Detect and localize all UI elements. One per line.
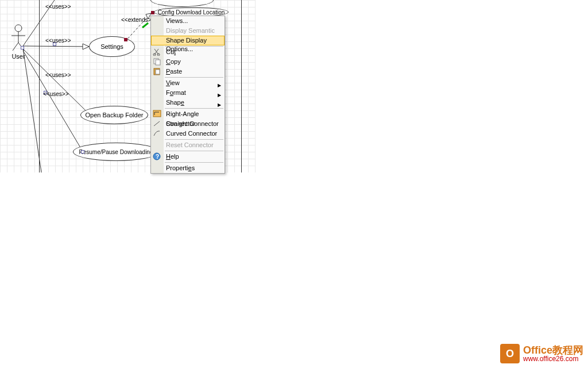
menu-separator (165, 108, 223, 109)
menu-item-copy[interactable]: Copy (151, 57, 225, 67)
stereotype-uses: <<uses>> (45, 3, 71, 10)
menu-item-straight-connector[interactable]: Straight Connector (151, 119, 225, 129)
usecase-label: Open Backup Folder (86, 112, 144, 118)
actor-user[interactable]: User (7, 24, 30, 60)
logo-badge: O (500, 344, 520, 363)
svg-text:?: ? (156, 154, 159, 160)
menu-item-properties[interactable]: Properties (151, 163, 225, 173)
stereotype-uses: <<uses>> (45, 37, 71, 44)
right-angle-connector-icon (153, 110, 162, 118)
copy-icon (153, 57, 162, 66)
selection-handle[interactable] (81, 150, 84, 154)
usecase-label: Resume/Pause Downloading (79, 149, 153, 155)
curved-connector-icon (153, 129, 162, 137)
menu-separator (165, 162, 223, 163)
usecase-settings[interactable]: Settings (89, 36, 135, 57)
submenu-arrow-icon: ▶ (218, 100, 221, 110)
straight-connector-icon (153, 120, 162, 128)
svg-line-12 (13, 43, 18, 51)
menu-item-semantic-errors: Display Semantic Errors (151, 26, 225, 36)
actor-label: User (7, 53, 30, 60)
menu-item-right-angle-connector[interactable]: Right-Angle Connector (151, 109, 225, 119)
svg-rect-21 (156, 70, 160, 74)
menu-separator (165, 77, 223, 78)
help-icon: ? (153, 152, 162, 160)
menu-separator (165, 139, 223, 140)
usecase-label: Config Download Location (158, 9, 225, 16)
menu-item-format[interactable]: Format▶ (151, 88, 225, 98)
menu-item-curved-connector[interactable]: Curved Connector (151, 129, 225, 139)
menu-item-help[interactable]: ? Help (151, 152, 225, 162)
svg-rect-19 (156, 60, 160, 65)
context-menu: Views... Display Semantic Errors Shape D… (150, 16, 225, 174)
svg-point-9 (15, 25, 22, 32)
boundary-line-left (39, 0, 40, 172)
usecase-label: Settings (100, 43, 123, 50)
cut-icon (153, 48, 162, 56)
svg-line-23 (154, 121, 160, 126)
boundary-line-right (241, 0, 242, 172)
logo-url: www.office26.com (523, 355, 583, 362)
usecase-open-backup[interactable]: Open Backup Folder (80, 106, 148, 124)
menu-item-view[interactable]: View▶ (151, 78, 225, 88)
selection-handle[interactable] (124, 38, 127, 41)
selection-handle[interactable] (21, 46, 24, 49)
stereotype-uses: <<uses>> (45, 72, 71, 78)
menu-item-cut[interactable]: Cut (151, 47, 225, 57)
menu-item-views[interactable]: Views... (151, 16, 225, 26)
watermark-logo: O Office教程网 www.office26.com (500, 344, 583, 363)
usecase-resume-pause[interactable]: Resume/Pause Downloading (73, 143, 159, 161)
menu-item-paste[interactable]: Paste (151, 67, 225, 76)
menu-item-shape[interactable]: Shape▶ (151, 98, 225, 108)
logo-title: Office教程网 (523, 345, 583, 355)
menu-item-reset-connector: Reset Connector (151, 140, 225, 150)
menu-item-shape-display-options[interactable]: Shape Display Options... (151, 36, 225, 45)
stereotype-uses: <<uses>> (43, 91, 68, 97)
menu-separator (165, 151, 223, 151)
paste-icon (153, 67, 162, 75)
stereotype-extends: <<extends>> (121, 17, 154, 23)
